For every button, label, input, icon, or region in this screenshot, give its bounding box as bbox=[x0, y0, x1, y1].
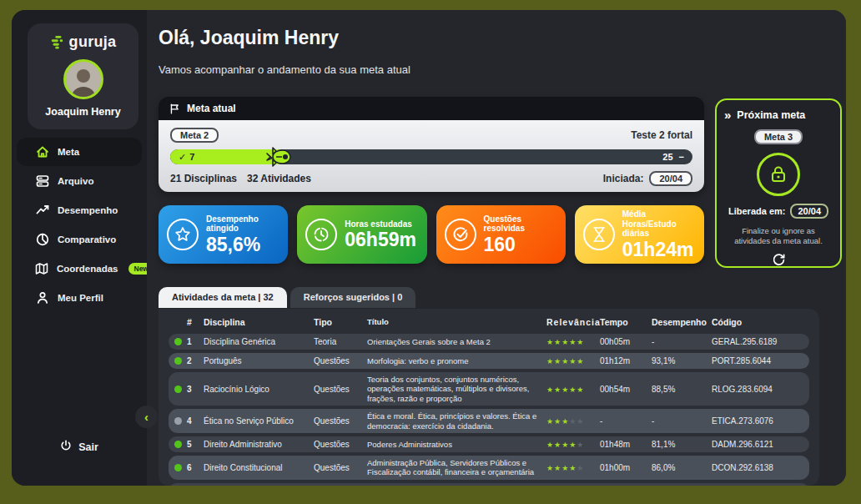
cell-disciplina: Disciplina Genérica bbox=[204, 337, 314, 346]
sidebar-item-meu-perfil[interactable]: Meu Perfil bbox=[17, 284, 142, 312]
status-dot bbox=[174, 338, 182, 345]
double-chevron-icon[interactable]: » bbox=[724, 108, 731, 121]
cell-tempo: 01h12m bbox=[600, 356, 652, 365]
flag-icon bbox=[169, 103, 180, 114]
tab-atividades[interactable]: Atividades da meta | 32 bbox=[159, 287, 287, 308]
col-disciplina: Disciplina bbox=[204, 317, 314, 327]
row-number: 3 bbox=[187, 385, 204, 394]
atividades-count: 32 Atividades bbox=[247, 173, 311, 184]
relevancia-stars: ★★★★★ bbox=[546, 356, 600, 365]
sidebar-item-label: Desempenho bbox=[58, 205, 118, 215]
meta-atual-body: Meta 2 Teste 2 fortal ✓ 7 bbox=[159, 120, 704, 192]
table-row[interactable]: 5 Direito Administrativo Questões Podere… bbox=[169, 436, 809, 452]
sidebar-item-label: Meu Perfil bbox=[58, 293, 103, 303]
cell-disciplina: Português bbox=[204, 356, 314, 365]
map-icon bbox=[35, 262, 48, 276]
col-num: # bbox=[187, 317, 204, 327]
table-tabs: Atividades da meta | 32 Reforços sugerid… bbox=[159, 287, 415, 308]
sidebar-collapse-button[interactable]: ‹ bbox=[135, 406, 158, 428]
cell-codigo: RLOG.283.6094 bbox=[712, 385, 805, 394]
cell-desempenho: 93,1% bbox=[652, 356, 712, 365]
col-tipo: Tipo bbox=[314, 317, 367, 327]
meta-atual-title: Meta atual bbox=[187, 103, 236, 114]
sidebar-menu: Meta Arquivo bbox=[12, 138, 147, 312]
cell-titulo: Orientações Gerais sobre a Meta 2 bbox=[367, 337, 546, 346]
stats-row: Desempenho atingido 85,6% Horas estudada… bbox=[159, 205, 704, 264]
stat-label: Horas estudadas bbox=[345, 219, 416, 229]
cell-titulo: Ética e moral. Ética, princípios e valor… bbox=[367, 411, 546, 431]
hourglass-icon bbox=[583, 219, 615, 250]
check-circle-icon bbox=[445, 219, 476, 250]
col-codigo: Código bbox=[712, 317, 805, 327]
lock-icon bbox=[757, 153, 800, 196]
meta-name: Teste 2 fortal bbox=[631, 129, 692, 141]
sidebar-item-coordenadas[interactable]: Coordenadas New! bbox=[17, 255, 142, 283]
sidebar-item-arquivo[interactable]: Arquivo bbox=[17, 167, 142, 195]
power-icon bbox=[60, 440, 72, 454]
cell-titulo: Poderes Administrativos bbox=[367, 440, 546, 449]
cell-tempo: 00h54m bbox=[600, 385, 652, 394]
avatar[interactable] bbox=[63, 59, 103, 99]
iniciada-date-badge: 20/04 bbox=[649, 171, 692, 186]
table-row[interactable]: 4 Ética no Serviço Público Questões Étic… bbox=[169, 409, 809, 433]
cell-codigo: GERAL.295.6189 bbox=[712, 337, 805, 346]
cell-desempenho: 86,0% bbox=[652, 463, 712, 472]
stat-value: 85,6% bbox=[206, 234, 281, 255]
table-row[interactable]: 3 Raciocínio Lógico Questões Teoria dos … bbox=[169, 372, 809, 406]
logo-text: guruja bbox=[69, 33, 117, 51]
row-number: 5 bbox=[187, 440, 204, 449]
iniciada-label: Iniciada: bbox=[603, 173, 644, 184]
tab-reforcos[interactable]: Reforços sugeridos | 0 bbox=[290, 287, 416, 308]
cell-tempo: - bbox=[600, 416, 652, 426]
cell-desempenho: - bbox=[652, 337, 712, 346]
minus-icon[interactable]: − bbox=[679, 152, 684, 162]
main-content: Olá, Joaquim Henry Vamos acompanhar o an… bbox=[147, 10, 846, 486]
rocket-icon bbox=[264, 146, 292, 168]
cell-tipo: Teoria bbox=[314, 337, 367, 346]
cell-tipo: Questões bbox=[314, 416, 367, 426]
table-header: # Disciplina Tipo Título Relevância Temp… bbox=[169, 314, 809, 330]
cell-tempo: 00h05m bbox=[600, 337, 652, 346]
person-icon bbox=[35, 291, 49, 305]
table-row-partial[interactable] bbox=[169, 483, 809, 486]
status-dot bbox=[174, 357, 182, 365]
stat-card-media: Média Horas/Estudo diárias 01h24m bbox=[575, 205, 704, 264]
col-tempo: Tempo bbox=[600, 317, 652, 327]
logo: guruja bbox=[33, 33, 133, 51]
stat-value: 160 bbox=[484, 234, 559, 255]
screen: guruja Joaquim Henry bbox=[0, 0, 861, 504]
table-row[interactable]: 2 Português Questões Morfologia: verbo e… bbox=[169, 353, 809, 369]
sidebar-item-comparativo[interactable]: Comparativo bbox=[17, 225, 142, 254]
guruja-logo-icon bbox=[50, 35, 64, 49]
stat-card-questoes: Questões resolvidas 160 bbox=[436, 205, 566, 264]
refresh-icon[interactable] bbox=[724, 253, 833, 270]
cell-desempenho: 88,5% bbox=[652, 385, 712, 394]
cell-tipo: Questões bbox=[314, 356, 367, 365]
cell-titulo: Administração Pública, Servidores Públic… bbox=[367, 458, 546, 477]
sidebar-item-label: Comparativo bbox=[58, 234, 116, 244]
meta-badge[interactable]: Meta 2 bbox=[170, 128, 219, 143]
cell-codigo: PORT.285.6044 bbox=[712, 356, 805, 365]
row-number: 6 bbox=[187, 463, 204, 472]
row-number: 2 bbox=[187, 356, 204, 365]
row-number: 4 bbox=[187, 416, 204, 426]
cell-disciplina: Ética no Serviço Público bbox=[204, 416, 314, 426]
activities-table: # Disciplina Tipo Título Relevância Temp… bbox=[159, 309, 819, 486]
logout-button[interactable]: Sair bbox=[12, 440, 147, 454]
page-subtitle: Vamos acompanhar o andamento da sua meta… bbox=[159, 63, 410, 76]
stat-label: Desempenho atingido bbox=[206, 214, 281, 234]
cell-titulo: Morfologia: verbo e pronome bbox=[367, 356, 546, 365]
trend-icon bbox=[35, 204, 49, 218]
col-relevancia: Relevância bbox=[546, 317, 600, 327]
sidebar-item-meta[interactable]: Meta bbox=[17, 138, 142, 166]
sidebar-item-desempenho[interactable]: Desempenho bbox=[17, 196, 142, 224]
progress-current: 7 bbox=[189, 152, 194, 162]
cell-disciplina: Raciocínio Lógico bbox=[204, 385, 314, 394]
cell-desempenho: - bbox=[652, 416, 712, 426]
table-row[interactable]: 6 Direito Constitucional Questões Admini… bbox=[169, 456, 809, 480]
proxima-meta-note: Finalize ou ignore as atividades da meta… bbox=[724, 226, 833, 247]
table-row[interactable]: 1 Disciplina Genérica Teoria Orientações… bbox=[169, 334, 809, 350]
cell-disciplina: Direito Constitucional bbox=[204, 463, 314, 472]
cell-codigo: DCON.292.6138 bbox=[712, 463, 805, 472]
cell-codigo: DADM.296.6121 bbox=[712, 440, 805, 449]
